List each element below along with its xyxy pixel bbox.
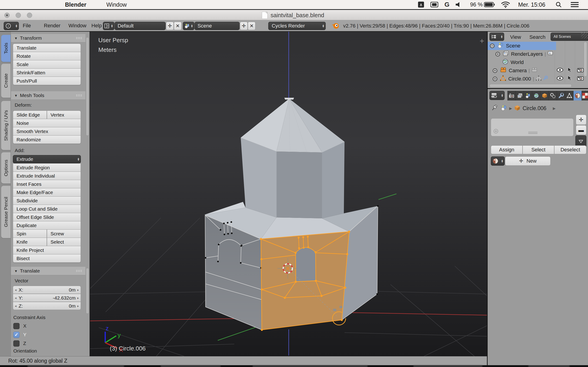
outliner-item-scene[interactable]: − Scene (488, 42, 556, 50)
select-button[interactable]: Select (523, 145, 554, 154)
smooth-vertex-button[interactable]: Smooth Vertex (13, 127, 81, 135)
constraint-y-checkbox[interactable]: ✓ Y (13, 331, 26, 338)
extrude-region-button[interactable]: Extrude Region (13, 163, 81, 172)
checkbox-icon[interactable] (13, 323, 19, 329)
constraint-x-checkbox[interactable]: X (13, 323, 26, 329)
bisect-button[interactable]: Bisect (13, 254, 81, 263)
menu-render[interactable]: Render (44, 23, 61, 29)
material-slot-list[interactable] (491, 118, 573, 136)
push-pull-button[interactable]: Push/Pull (13, 77, 81, 85)
constraint-z-checkbox[interactable]: Z (13, 340, 26, 347)
outliner-item-camera[interactable]: + Camera | (488, 67, 588, 75)
tab-world[interactable] (532, 91, 540, 100)
menu-file[interactable]: File (23, 23, 31, 29)
extrude-dropdown[interactable]: Extrude ▲▼ (13, 155, 81, 163)
tab-modifiers[interactable] (557, 91, 565, 100)
material-browse-dropdown[interactable]: ▲▼ (491, 156, 505, 166)
randomize-button[interactable]: Randomize (13, 135, 81, 144)
vector-y-field[interactable]: ◂ Y: -42.632cm ▸ (13, 294, 81, 302)
volume-icon[interactable] (455, 1, 461, 8)
operator-panel-scrollbar[interactable] (86, 268, 89, 314)
make-edge-face-button[interactable]: Make Edge/Face (13, 188, 81, 197)
operator-panel-header[interactable]: ▼ Translate (11, 267, 86, 275)
outliner-item-circle000[interactable]: + Circle.000 | (488, 75, 588, 83)
outliner-menu-search[interactable]: Search (529, 34, 545, 40)
shelf-tab-shading-uvs[interactable]: Shading / UVs (1, 101, 10, 150)
slot-remove-button[interactable]: ▬ (576, 125, 586, 135)
checkbox-checked-icon[interactable]: ✓ (13, 332, 19, 338)
selectability-cursor-icon[interactable] (567, 67, 572, 74)
vector-x-field[interactable]: ◂ X: 0m ▸ (13, 286, 81, 294)
tab-render-layers[interactable] (516, 91, 524, 100)
decrement-arrow-icon[interactable]: ◂ (13, 288, 18, 292)
expand-icon[interactable]: + (493, 68, 497, 73)
checkbox-icon[interactable] (13, 340, 19, 347)
region-resize-grip[interactable] (581, 32, 588, 39)
decrement-arrow-icon[interactable]: ◂ (13, 304, 18, 308)
duplicate-button[interactable]: Duplicate (13, 221, 81, 230)
layout-name-field[interactable]: Default (115, 22, 166, 30)
inset-faces-button[interactable]: Inset Faces (13, 180, 81, 188)
noise-button[interactable]: Noise (13, 119, 81, 127)
outliner-item-world[interactable]: World (488, 58, 588, 67)
scene-name-field[interactable]: Scene (195, 22, 240, 30)
rotate-button[interactable]: Rotate (13, 52, 81, 60)
properties-region-toggle-icon[interactable]: + (480, 39, 484, 43)
visibility-eye-icon[interactable] (556, 68, 563, 74)
layout-delete-button[interactable]: ✕ (174, 22, 182, 30)
assign-button[interactable]: Assign (491, 145, 523, 154)
tab-texture[interactable] (582, 91, 588, 100)
battery-icon[interactable] (484, 1, 495, 8)
scene-browse-icon[interactable]: ▲▼ (183, 22, 194, 30)
visibility-eye-icon[interactable] (556, 76, 563, 82)
zoom-button[interactable] (27, 13, 32, 18)
translate-button[interactable]: Translate (13, 44, 81, 52)
outliner-vscrollbar[interactable] (584, 42, 587, 77)
extrude-individual-button[interactable]: Extrude Individual (13, 172, 81, 180)
shelf-tab-options[interactable]: Options (1, 152, 10, 184)
screw-button[interactable]: Screw (47, 229, 81, 238)
renderability-camera-icon[interactable] (577, 67, 584, 74)
editor-type-info-button[interactable]: i ▲▼ (4, 22, 19, 30)
minimize-button[interactable] (16, 13, 21, 18)
outliner-editor-type-button[interactable]: ▲▼ (489, 33, 504, 41)
spin-button[interactable]: Spin (13, 229, 47, 238)
collapse-icon[interactable]: − (490, 44, 494, 48)
panel-grip-icon[interactable] (76, 270, 82, 272)
menu-window[interactable]: Window (69, 23, 86, 29)
increment-arrow-icon[interactable]: ▸ (76, 288, 81, 292)
scene-breadcrumb-icon[interactable] (501, 105, 507, 112)
scene-delete-button[interactable]: ✕ (248, 22, 255, 30)
offset-edge-slide-button[interactable]: Offset Edge Slide (13, 213, 81, 221)
window-menu[interactable]: Window (106, 1, 127, 8)
menu-help[interactable]: Help (91, 23, 102, 29)
shelf-tab-create[interactable]: Create (1, 64, 10, 98)
tab-object[interactable] (540, 91, 549, 100)
layout-browse-icon[interactable]: ▲▼ (103, 22, 114, 30)
shelf-tab-tools[interactable]: Tools (1, 35, 10, 62)
display-icon[interactable] (430, 1, 439, 8)
expand-icon[interactable]: + (493, 77, 497, 81)
knife-project-button[interactable]: Knife Project (13, 246, 81, 254)
3d-viewport[interactable]: z y X User Persp Meters (3) Circle.006 + (90, 32, 487, 356)
tab-scene[interactable] (524, 91, 532, 100)
mesh-tools-panel-header[interactable]: ▼ Mesh Tools (11, 91, 86, 100)
selectability-cursor-icon[interactable] (567, 75, 572, 82)
knife-select-button[interactable]: Select (47, 238, 81, 246)
tab-constraints[interactable] (549, 91, 557, 100)
scene-add-button[interactable]: ✛ (240, 22, 248, 30)
decrement-arrow-icon[interactable]: ◂ (13, 296, 18, 300)
scale-button[interactable]: Scale (13, 60, 81, 69)
render-engine-dropdown[interactable]: Cycles Render ▲▼ (268, 22, 326, 30)
shelf-tab-grease-pencil[interactable]: Grease Pencil (1, 186, 10, 238)
tool-shelf-scrollbar[interactable] (86, 37, 89, 136)
panel-grip-icon[interactable] (76, 94, 82, 97)
expand-icon[interactable]: + (495, 52, 500, 56)
spotlight-icon[interactable] (554, 1, 563, 8)
tab-object-data[interactable] (565, 91, 573, 100)
adobe-cc-icon[interactable] (418, 1, 424, 8)
vertex-slide-button[interactable]: Vertex (47, 110, 81, 119)
tab-render[interactable] (507, 91, 516, 100)
increment-arrow-icon[interactable]: ▸ (76, 304, 81, 308)
transform-panel-header[interactable]: ▼ Transform (11, 34, 86, 42)
